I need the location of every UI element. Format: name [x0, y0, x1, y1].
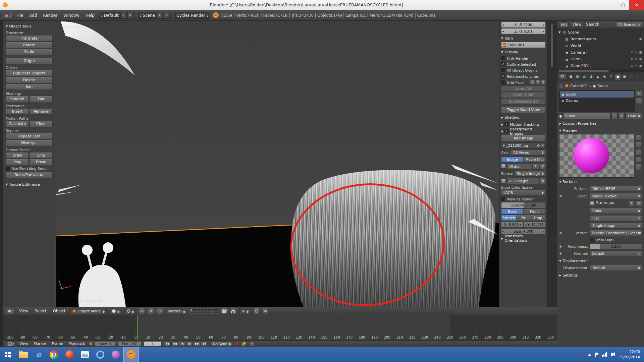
translate-button[interactable]: Translate	[6, 35, 53, 42]
preview-hair-button[interactable]	[635, 164, 641, 170]
editor-type-button[interactable]: ▴▾	[3, 12, 12, 19]
viewport-3d[interactable]: User Ortho (1) Cube.001	[55, 21, 557, 307]
all-object-origins-checkbox[interactable]: All Object Origins	[501, 67, 546, 73]
outliner-filter-dropdown[interactable]: All Scenes	[616, 21, 642, 27]
render-restrict-icon[interactable]: ▣	[639, 51, 642, 54]
scene-delete-button[interactable]: ✕	[164, 12, 169, 18]
manipulator-rotate-toggle[interactable]: ↺	[148, 308, 154, 314]
grid-z-toggle[interactable]: Z	[541, 80, 546, 85]
properties-editor-type-button[interactable]	[558, 74, 566, 79]
timeline-menu-view[interactable]: View	[18, 341, 30, 346]
toggle-editmode-panel-header[interactable]: ▼Toggle Editmode	[6, 181, 53, 187]
next-keyframe-button[interactable]: ▶▶	[194, 341, 200, 346]
increment-icon[interactable]: ▸	[543, 23, 544, 26]
clear-paths-button[interactable]: Clear	[30, 121, 53, 127]
maximize-button[interactable]: □	[617, 0, 629, 10]
hide-icon[interactable]: ⊙	[631, 57, 633, 61]
blender-taskbar-icon[interactable]	[123, 347, 139, 362]
background-images-panel-header[interactable]: ▼Background Images	[501, 128, 546, 134]
firefox-icon[interactable]	[62, 347, 77, 362]
motion-tracking-panel-header[interactable]: ▶Motion Tracking	[501, 121, 546, 127]
play-button[interactable]: ▶	[186, 341, 193, 346]
menu-window[interactable]: Window	[62, 12, 81, 18]
menu-file[interactable]: File	[15, 12, 25, 18]
eye-icon[interactable]: ⊙	[537, 143, 540, 147]
tab-constraints[interactable]: ▲	[595, 74, 601, 80]
manipulator-scale-toggle[interactable]: ▱	[157, 308, 163, 314]
transform-orientations-panel-header[interactable]: ▶Transform Orientations	[501, 235, 546, 241]
expand-icon[interactable]: ▼	[503, 144, 505, 147]
outliner-scrollbar[interactable]	[557, 69, 644, 72]
image-tab[interactable]: Image	[501, 157, 524, 162]
crop-button[interactable]: Crop	[531, 215, 545, 221]
layout-add-button[interactable]: +	[120, 12, 126, 18]
front-button[interactable]: Front	[524, 209, 545, 214]
normal-dropdown[interactable]: Default	[589, 250, 642, 256]
current-frame-field[interactable]: 1	[144, 341, 162, 346]
layer-grid-right[interactable]	[205, 309, 218, 314]
show-hidden-icons-button[interactable]	[588, 354, 591, 356]
preview-panel-header[interactable]: ▼Preview	[559, 127, 642, 133]
mode-dropdown[interactable]: Object Mode	[70, 308, 106, 314]
use-sketching-session-checkbox[interactable]: Use Sketching Sessi	[6, 166, 53, 171]
preview-monkey-button[interactable]	[635, 157, 641, 163]
displacement-panel-header[interactable]: ▼Displacement	[559, 258, 642, 264]
repeat-last-button[interactable]: Repeat Last	[6, 133, 53, 139]
current-frame-line[interactable]	[137, 315, 138, 340]
close-button[interactable]: ✕	[629, 0, 644, 10]
keyframe-insert-icon[interactable]: ＋	[249, 341, 255, 346]
insert-keyframe-button[interactable]: Insert	[6, 108, 29, 115]
tab-render[interactable]: ▣	[568, 74, 574, 80]
outliner-row-scene[interactable]: ▼⊙Scene	[558, 29, 643, 36]
location-z-field[interactable]: ◂Z: -1.6181▸	[501, 28, 546, 34]
shading-panel-header[interactable]: ▶Shading	[501, 114, 546, 120]
image-path-value[interactable]: 211200.jpg	[506, 178, 539, 184]
image-source-dropdown[interactable]: Single Image	[590, 223, 642, 229]
relationship-lines-checkbox[interactable]: Relationship Lines	[501, 73, 546, 79]
outliner-editor-type-button[interactable]: ▴▾	[559, 21, 569, 27]
texture-image-field[interactable]: Suelo.jpg	[596, 200, 627, 206]
snap-toggle[interactable]	[230, 308, 236, 314]
scrollbar-thumb[interactable]	[558, 70, 609, 72]
stretch-button[interactable]: Stretch	[501, 215, 516, 221]
reload-image-button[interactable]: ↻	[540, 178, 546, 184]
only-render-checkbox[interactable]: Only Render	[501, 55, 546, 61]
displacement-dropdown[interactable]: Default	[590, 265, 642, 271]
checkbox-checked-icon[interactable]	[504, 122, 508, 126]
rotate-button[interactable]: Rotate	[6, 42, 53, 48]
layer-grid-left[interactable]	[190, 309, 203, 314]
record-button[interactable]	[235, 342, 238, 345]
clock[interactable]: 22:00 15/03/2014	[619, 349, 640, 360]
ruler-protractor-button[interactable]: Ruler/Protractor	[6, 172, 53, 178]
history-button[interactable]: History...	[6, 140, 53, 146]
unlink-texture-button[interactable]: ✕	[636, 200, 642, 206]
photo-viewer-icon[interactable]	[77, 347, 93, 362]
add-slot-button[interactable]: +	[636, 90, 642, 97]
toggle-quad-view-button[interactable]: Toggle Quad View	[501, 106, 546, 113]
add-image-button[interactable]: Add Image	[501, 135, 546, 142]
tab-physics[interactable]: ○	[635, 74, 641, 80]
axis-dropdown[interactable]: All Views	[511, 149, 546, 156]
object-name-field[interactable]: Cube.001	[501, 42, 546, 48]
hide-icon[interactable]: ⊙	[631, 51, 633, 54]
snap-element-dropdown[interactable]	[239, 308, 251, 314]
screen-layout-selector[interactable]: ▴▾Default+✕	[99, 12, 135, 19]
outliner-menu-search[interactable]: Search	[585, 22, 600, 27]
color-mode-dropdown[interactable]: Color	[590, 208, 642, 214]
grid-floor-checkbox[interactable]: Grid FloorXYZ	[501, 79, 546, 85]
preview-sphere-button[interactable]	[635, 134, 641, 140]
material-slot-list[interactable]: ●Suelo ●Grama	[559, 90, 635, 112]
grid-lines-field[interactable]: Lines: 16	[501, 85, 546, 92]
timeline-editor-type-button[interactable]: ▴▾	[6, 341, 15, 347]
projection-dropdown[interactable]: Flat	[590, 215, 642, 221]
chrome-icon[interactable]	[46, 347, 62, 362]
file-explorer-icon[interactable]	[15, 347, 31, 362]
gp-erase-button[interactable]: Erase	[30, 159, 53, 165]
image-filename[interactable]: 00.jpg	[506, 163, 532, 169]
gp-line-button[interactable]: Line	[30, 152, 53, 159]
tab-texture[interactable]: ▦	[622, 74, 628, 80]
increment-icon[interactable]: ▸	[543, 29, 544, 33]
viewport-menu-select[interactable]: Select	[33, 308, 48, 314]
material-browse-icon[interactable]: ●	[559, 114, 562, 118]
jump-to-end-button[interactable]: ▶|	[201, 341, 208, 346]
